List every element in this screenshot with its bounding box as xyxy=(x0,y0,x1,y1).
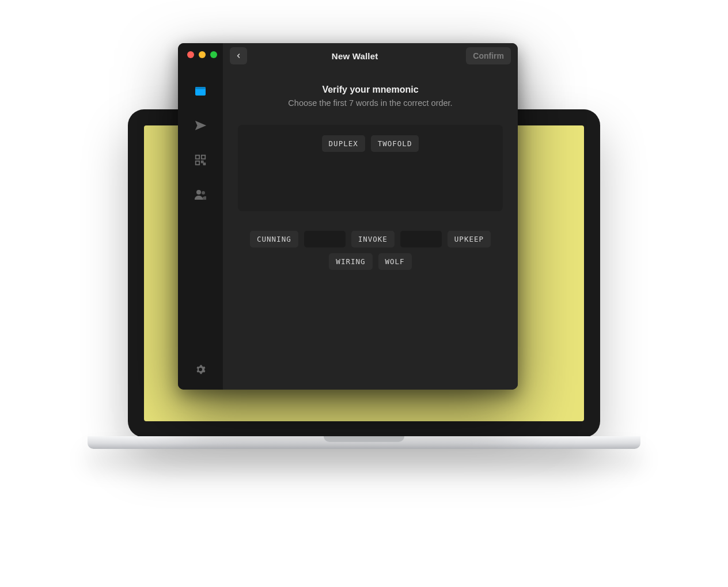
subheading: Choose the first 7 words in the correct … xyxy=(288,98,452,108)
pool-word-chip[interactable]: CUNNING xyxy=(250,231,298,247)
maximize-window-button[interactable] xyxy=(210,51,217,58)
word-pool-row: WIRING WOLF xyxy=(238,253,503,270)
wallet-icon xyxy=(194,84,207,98)
app-window: New Wallet Confirm Verify your mnemonic … xyxy=(178,43,518,390)
svg-rect-3 xyxy=(202,155,205,159)
pool-empty-slot[interactable] xyxy=(304,231,346,247)
main-panel: New Wallet Confirm Verify your mnemonic … xyxy=(223,43,518,390)
sidebar-item-receive[interactable] xyxy=(193,153,208,167)
laptop-trackpad-notch xyxy=(324,436,404,442)
svg-rect-5 xyxy=(202,161,203,163)
pool-word-chip[interactable]: WIRING xyxy=(329,253,372,270)
sidebar-item-settings[interactable] xyxy=(193,362,208,377)
word-pool-row: CUNNING INVOKE UPKEEP xyxy=(238,231,503,247)
chevron-left-icon xyxy=(235,52,242,59)
topbar: New Wallet Confirm xyxy=(223,43,518,68)
laptop-base xyxy=(88,436,640,449)
pool-empty-slot[interactable] xyxy=(400,231,442,247)
sidebar-item-wallet[interactable] xyxy=(193,83,208,98)
content-area: Verify your mnemonic Choose the first 7 … xyxy=(223,68,518,281)
svg-point-8 xyxy=(202,191,205,195)
svg-rect-4 xyxy=(196,161,199,165)
minimize-window-button[interactable] xyxy=(199,51,206,58)
sidebar-item-contacts[interactable] xyxy=(193,187,208,202)
selected-word-chip[interactable]: DUPLEX xyxy=(322,135,365,152)
pool-word-chip[interactable]: UPKEEP xyxy=(448,231,491,247)
contacts-icon xyxy=(194,188,207,201)
svg-rect-1 xyxy=(195,87,206,89)
heading: Verify your mnemonic xyxy=(322,85,418,95)
selected-words-area: DUPLEX TWOFOLD xyxy=(238,125,503,211)
svg-point-7 xyxy=(196,190,201,195)
sidebar xyxy=(178,43,223,390)
svg-rect-2 xyxy=(196,155,199,159)
page-title: New Wallet xyxy=(248,51,461,61)
sidebar-item-send[interactable] xyxy=(193,118,208,133)
close-window-button[interactable] xyxy=(187,51,194,58)
send-icon xyxy=(194,119,207,132)
qr-icon xyxy=(194,154,207,166)
pool-word-chip[interactable]: WOLF xyxy=(378,253,412,270)
selected-word-chip[interactable]: TWOFOLD xyxy=(371,135,419,152)
gear-icon xyxy=(195,364,206,375)
pool-word-chip[interactable]: INVOKE xyxy=(351,231,395,247)
window-controls xyxy=(187,51,217,58)
svg-rect-6 xyxy=(204,163,206,165)
confirm-button[interactable]: Confirm xyxy=(466,47,511,64)
back-button[interactable] xyxy=(230,47,247,64)
